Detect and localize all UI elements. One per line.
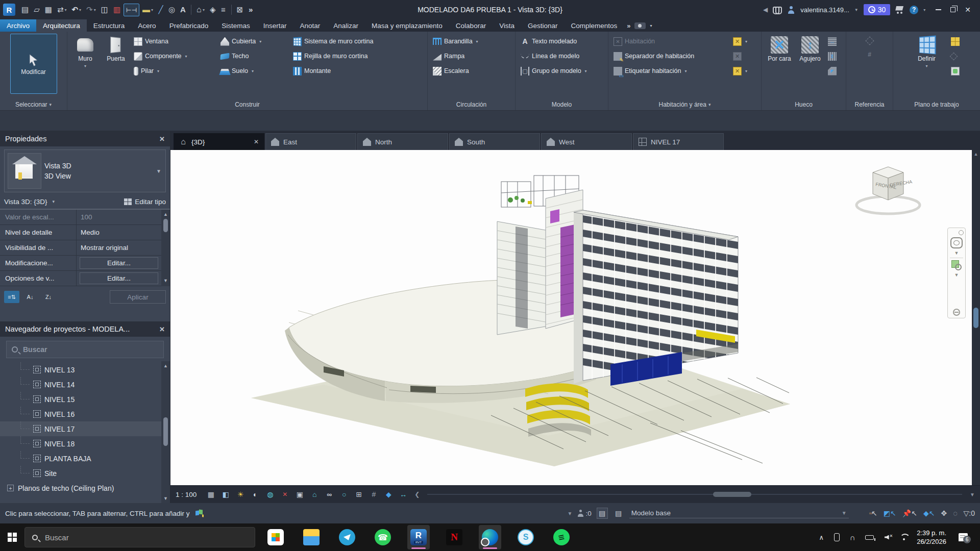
audio-device-icon[interactable] <box>848 533 857 542</box>
signed-in-user[interactable]: valentina.3149... <box>800 6 849 14</box>
mostrar-plano-button[interactable] <box>949 35 962 48</box>
texto-modelado-button[interactable]: Texto modelado <box>519 35 589 48</box>
rejilla-muro-cortina-button[interactable]: Rejilla de muro cortina <box>291 49 413 63</box>
volume-muted-icon[interactable] <box>882 533 891 542</box>
ribbon-tab[interactable]: Analizar <box>327 19 365 32</box>
crop-off-icon[interactable] <box>279 489 290 500</box>
viewport-horizontal-scrollbar[interactable] <box>427 492 962 497</box>
property-row[interactable]: Opciones de v... Editar... <box>0 271 161 286</box>
wheel-chevron-icon[interactable]: ▼ <box>954 251 959 256</box>
tag-area-button[interactable] <box>731 64 749 78</box>
scroll-down-icon[interactable]: ▼ <box>163 496 168 501</box>
ribbon-tab[interactable]: Masa y emplazamiento <box>365 19 449 32</box>
area-boundary-button[interactable] <box>731 49 749 63</box>
suelo-button[interactable]: Suelo <box>218 64 290 78</box>
close-browser-icon[interactable]: ✕ <box>159 325 165 333</box>
trial-days-badge[interactable]: 30 <box>864 4 891 15</box>
qat-button[interactable] <box>194 4 207 15</box>
ribbon-tab[interactable]: Estructura <box>87 19 132 32</box>
steering-wheel-icon[interactable] <box>950 237 963 248</box>
qat-button[interactable] <box>140 4 155 15</box>
ribbon-display-chevron-icon[interactable]: ▾ <box>650 23 652 28</box>
ribbon-tab[interactable]: Insertar <box>257 19 293 32</box>
store-cart-icon[interactable] <box>895 6 904 14</box>
view-tab[interactable]: South ✕ <box>449 133 540 150</box>
qat-button[interactable] <box>70 4 84 15</box>
barandilla-button[interactable]: Barandilla <box>431 35 480 48</box>
scroll-thumb[interactable] <box>163 219 168 232</box>
start-button[interactable] <box>0 523 24 551</box>
collapse-arrow-icon[interactable]: ◀ <box>763 6 768 13</box>
qat-button[interactable] <box>246 4 255 15</box>
sort-az-icon[interactable]: A↓ <box>22 291 38 303</box>
puerta-button[interactable]: Puerta <box>101 34 131 62</box>
wifi-icon[interactable] <box>899 533 909 542</box>
edit-type-button[interactable]: Editar tipo <box>135 198 166 206</box>
ribbon-display-toggle-icon[interactable] <box>634 22 646 29</box>
qat-button[interactable] <box>191 5 191 15</box>
view-tab[interactable]: East ✕ <box>265 133 356 150</box>
escalera-button[interactable]: Escalera <box>431 64 480 78</box>
taskbar-app[interactable] <box>479 525 501 549</box>
select-links-icon[interactable]: ∞↖ <box>869 509 877 517</box>
scroll-down-icon[interactable]: ▼ <box>163 278 168 283</box>
taskbar-app[interactable] <box>336 525 358 549</box>
scroll-up-icon[interactable]: ▲ <box>163 363 168 368</box>
view-tab[interactable]: {3D} ✕ <box>174 133 264 150</box>
worksets-icon[interactable]: ▤ <box>597 508 608 519</box>
collapse-view-bar-icon[interactable]: ❮ <box>414 491 420 498</box>
tree-item-view[interactable]: NIVEL 18 <box>0 436 161 451</box>
panel-label-seleccionar[interactable]: Seleccionar <box>0 99 67 110</box>
tree-item-view[interactable]: PLANTA BAJA <box>0 451 161 466</box>
sort-za-icon[interactable]: Z↓ <box>41 291 56 303</box>
qat-button[interactable] <box>84 4 98 15</box>
taskbar-clock[interactable]: 2:39 p. m. 26/2/2026 <box>917 529 946 546</box>
close-view-icon[interactable]: ✕ <box>254 138 259 145</box>
expand-icon[interactable]: + <box>7 485 14 491</box>
browser-search-input[interactable] <box>22 345 124 354</box>
expand-tabs-icon[interactable]: » <box>627 22 630 30</box>
measure-icon[interactable] <box>398 489 409 500</box>
taskbar-app[interactable] <box>300 525 323 549</box>
zoom-region-icon[interactable] <box>951 260 962 270</box>
qat-button[interactable] <box>208 4 218 15</box>
qat-button[interactable] <box>124 4 139 16</box>
taskbar-app[interactable]: RRVT <box>407 525 430 549</box>
saved-orientation-icon[interactable] <box>383 489 394 500</box>
hueco-buhardilla-button[interactable] <box>826 64 839 78</box>
taskbar-search-input[interactable] <box>44 533 197 542</box>
displacement-icon[interactable] <box>353 489 364 500</box>
crop-region-icon[interactable] <box>294 489 305 500</box>
ribbon-tab[interactable]: Prefabricado <box>163 19 215 32</box>
filter-icon[interactable]: ▽:0 <box>964 509 975 517</box>
grupo-modelo-button[interactable]: Grupo de modelo <box>519 64 589 78</box>
qat-button[interactable] <box>219 4 228 15</box>
scroll-thumb[interactable] <box>713 492 751 497</box>
select-underlay-icon[interactable]: ◩↖ <box>884 509 896 517</box>
type-selector-chevron-icon[interactable]: ▼ <box>156 168 161 174</box>
tree-item-view[interactable]: NIVEL 14 <box>0 377 161 392</box>
cubierta-button[interactable]: Cubierta <box>218 35 290 48</box>
tree-item-ceiling-plans[interactable]: + Planos de techo (Ceiling Plan) <box>0 481 170 495</box>
close-button[interactable]: ✕ <box>965 6 971 14</box>
scroll-down-icon[interactable]: ▼ <box>970 492 975 497</box>
worksharing-display-icon[interactable]: ▤ <box>613 508 624 519</box>
shadows-icon[interactable] <box>250 489 261 500</box>
visual-style-icon[interactable] <box>220 489 231 500</box>
area-button[interactable] <box>731 35 749 48</box>
property-row[interactable]: Modificacione... Editar... <box>0 256 161 271</box>
visor-plano-ref-button[interactable] <box>949 49 962 63</box>
sort-properties-icon[interactable]: ≡⇅ <box>4 291 19 303</box>
ribbon-tab[interactable]: Arquitectura <box>36 19 87 32</box>
view-tab[interactable]: North ✕ <box>357 133 448 150</box>
reveal-hidden-icon[interactable] <box>324 489 335 500</box>
viewport-vertical-scrollbar[interactable]: ▲ <box>972 150 980 485</box>
view-scale[interactable]: 1 : 100 <box>176 491 197 498</box>
drag-elements-icon[interactable]: ✥ <box>941 509 947 517</box>
ribbon-tab[interactable]: Archivo <box>0 19 36 32</box>
property-row[interactable]: Visibilidad de ... Mostrar original <box>0 240 161 256</box>
taskbar-app[interactable] <box>264 525 287 549</box>
view-tab[interactable]: NIVEL 17 ✕ <box>633 133 724 150</box>
view-tab[interactable]: West ✕ <box>541 133 632 150</box>
scroll-up-icon[interactable]: ▲ <box>163 212 168 217</box>
